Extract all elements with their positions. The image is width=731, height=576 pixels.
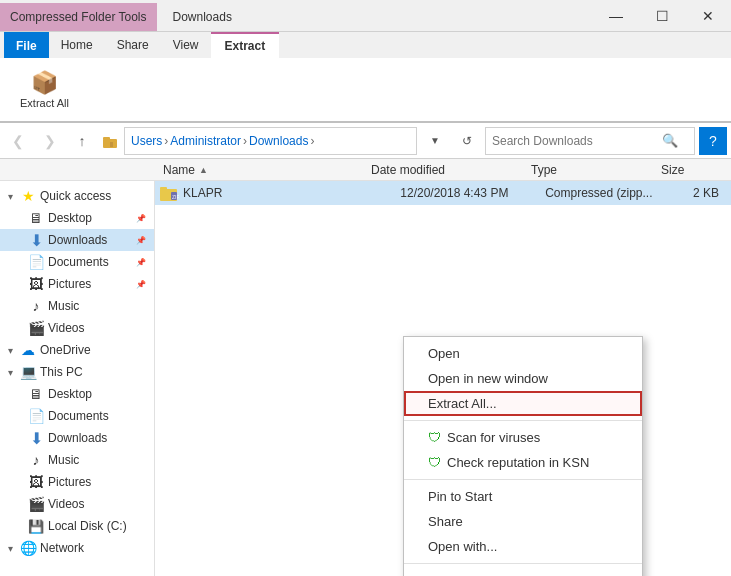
file-list: ZIP KLAPR 12/20/2018 4:43 PM Compressed … xyxy=(155,181,731,576)
tab-share[interactable]: Share xyxy=(105,32,161,58)
ctx-share[interactable]: Share xyxy=(404,509,642,534)
breadcrumb[interactable]: Users › Administrator › Downloads › xyxy=(124,127,417,155)
sidebar-item-music-pc[interactable]: ♪ Music xyxy=(0,449,154,471)
sidebar-section-network[interactable]: ▾ 🌐 Network xyxy=(0,537,154,559)
col-header-size[interactable]: Size xyxy=(661,159,731,180)
dropdown-button[interactable]: ▼ xyxy=(421,127,449,155)
pictures-label-pc: Pictures xyxy=(48,475,91,489)
sidebar-item-documents-pc[interactable]: 📄 Documents xyxy=(0,405,154,427)
minimize-button[interactable]: — xyxy=(593,0,639,32)
col-name-label: Name xyxy=(163,163,195,177)
col-header-date[interactable]: Date modified xyxy=(371,159,531,180)
sidebar-item-pictures-pc[interactable]: 🖼 Pictures xyxy=(0,471,154,493)
extract-all-ribbon-btn[interactable]: 📦 Extract All xyxy=(12,67,77,113)
file-icon: ZIP xyxy=(159,183,179,203)
sidebar-item-desktop-qa[interactable]: 🖥 Desktop 📌 xyxy=(0,207,154,229)
music-label-pc: Music xyxy=(48,453,79,467)
refresh-button[interactable]: ↺ xyxy=(453,127,481,155)
sidebar-section-thispc[interactable]: ▾ 💻 This PC xyxy=(0,361,154,383)
pin-icon-desktop: 📌 xyxy=(136,213,146,223)
desktop-icon-qa: 🖥 xyxy=(28,210,44,226)
ctx-pin-to-start[interactable]: Pin to Start xyxy=(404,484,642,509)
breadcrumb-users[interactable]: Users xyxy=(131,134,162,148)
sidebar-item-music-qa[interactable]: ♪ Music xyxy=(0,295,154,317)
ctx-open-with[interactable]: Open with... xyxy=(404,534,642,559)
ctx-extract-all[interactable]: Extract All... xyxy=(404,391,642,416)
sidebar-section-onedrive[interactable]: ▾ ☁ OneDrive xyxy=(0,339,154,361)
tab-extract[interactable]: Extract xyxy=(211,32,280,58)
maximize-button[interactable]: ☐ xyxy=(639,0,685,32)
videos-label-qa: Videos xyxy=(48,321,84,335)
sidebar-item-pictures-qa[interactable]: 🖼 Pictures 📌 xyxy=(0,273,154,295)
localdisk-label: Local Disk (C:) xyxy=(48,519,127,533)
sidebar-item-downloads-qa[interactable]: ⬇ Downloads 📌 xyxy=(0,229,154,251)
ribbon: File Home Share View Extract 📦 Extract A… xyxy=(0,32,731,123)
ctx-check-label: Check reputation in KSN xyxy=(447,455,589,470)
ctx-pin-label: Pin to Start xyxy=(428,489,492,504)
sidebar-section-quickaccess[interactable]: ▾ ★ Quick access xyxy=(0,185,154,207)
ctx-share-label: Share xyxy=(428,514,463,529)
documents-icon-pc: 📄 xyxy=(28,408,44,424)
ctx-give-access[interactable]: Give access to ❯ xyxy=(404,568,642,576)
title-tabs: Compressed Folder Tools Downloads xyxy=(0,0,593,31)
documents-icon-qa: 📄 xyxy=(28,254,44,270)
window-controls: — ☐ ✕ xyxy=(593,0,731,32)
sidebar: ▾ ★ Quick access 🖥 Desktop 📌 ⬇ Downloads… xyxy=(0,181,155,576)
expand-icon: ▾ xyxy=(4,190,16,202)
tab-view[interactable]: View xyxy=(161,32,211,58)
ctx-check-reputation[interactable]: 🛡 Check reputation in KSN xyxy=(404,450,642,475)
search-input[interactable] xyxy=(492,134,662,148)
videos-icon-qa: 🎬 xyxy=(28,320,44,336)
documents-label-pc: Documents xyxy=(48,409,109,423)
sidebar-item-downloads-pc[interactable]: ⬇ Downloads xyxy=(0,427,154,449)
ctx-scan-viruses[interactable]: 🛡 Scan for viruses xyxy=(404,425,642,450)
context-menu: Open Open in new window Extract All... 🛡… xyxy=(403,336,643,576)
location-icon xyxy=(100,131,120,151)
table-row[interactable]: ZIP KLAPR 12/20/2018 4:43 PM Compressed … xyxy=(155,181,731,205)
file-date: 12/20/2018 4:43 PM xyxy=(400,186,545,200)
downloads-title-tab[interactable]: Downloads xyxy=(157,3,248,31)
svg-rect-2 xyxy=(110,142,113,147)
sidebar-item-localdisk[interactable]: 💾 Local Disk (C:) xyxy=(0,515,154,537)
svg-rect-4 xyxy=(160,187,167,190)
close-button[interactable]: ✕ xyxy=(685,0,731,32)
onedrive-label: OneDrive xyxy=(40,343,91,357)
svg-rect-1 xyxy=(103,137,110,140)
back-button[interactable]: ❮ xyxy=(4,127,32,155)
pin-icon-downloads: 📌 xyxy=(136,235,146,245)
breadcrumb-sep3: › xyxy=(310,134,314,148)
ctx-scan-content: 🛡 Scan for viruses xyxy=(428,430,540,445)
ctx-open-new-window[interactable]: Open in new window xyxy=(404,366,642,391)
downloads-label-pc: Downloads xyxy=(48,431,107,445)
sidebar-item-videos-qa[interactable]: 🎬 Videos xyxy=(0,317,154,339)
kaspersky-shield-2-icon: 🛡 xyxy=(428,455,441,470)
breadcrumb-administrator[interactable]: Administrator xyxy=(170,134,241,148)
col-header-name[interactable]: Name ▲ xyxy=(159,159,371,180)
search-box[interactable]: 🔍 xyxy=(485,127,695,155)
desktop-label-pc: Desktop xyxy=(48,387,92,401)
forward-button[interactable]: ❯ xyxy=(36,127,64,155)
up-button[interactable]: ↑ xyxy=(68,127,96,155)
breadcrumb-downloads[interactable]: Downloads xyxy=(249,134,308,148)
thispc-expand: ▾ xyxy=(4,366,16,378)
pictures-label-qa: Pictures xyxy=(48,277,91,291)
pictures-icon-pc: 🖼 xyxy=(28,474,44,490)
breadcrumb-sep2: › xyxy=(243,134,247,148)
sidebar-item-desktop-pc[interactable]: 🖥 Desktop xyxy=(0,383,154,405)
compressed-folder-tools-tab[interactable]: Compressed Folder Tools xyxy=(0,3,157,31)
tab-file[interactable]: File xyxy=(4,32,49,58)
col-header-type[interactable]: Type xyxy=(531,159,661,180)
tab-home[interactable]: Home xyxy=(49,32,105,58)
ctx-open-label: Open xyxy=(428,346,460,361)
downloads-label-qa: Downloads xyxy=(48,233,107,247)
help-button[interactable]: ? xyxy=(699,127,727,155)
sidebar-item-documents-qa[interactable]: 📄 Documents 📌 xyxy=(0,251,154,273)
ctx-sep2 xyxy=(404,479,642,480)
col-type-label: Type xyxy=(531,163,557,177)
network-label: Network xyxy=(40,541,84,555)
sidebar-item-videos-pc[interactable]: 🎬 Videos xyxy=(0,493,154,515)
ctx-open[interactable]: Open xyxy=(404,341,642,366)
file-size: 2 KB xyxy=(663,186,727,200)
quickaccess-icon: ★ xyxy=(20,188,36,204)
kaspersky-shield-1-icon: 🛡 xyxy=(428,430,441,445)
